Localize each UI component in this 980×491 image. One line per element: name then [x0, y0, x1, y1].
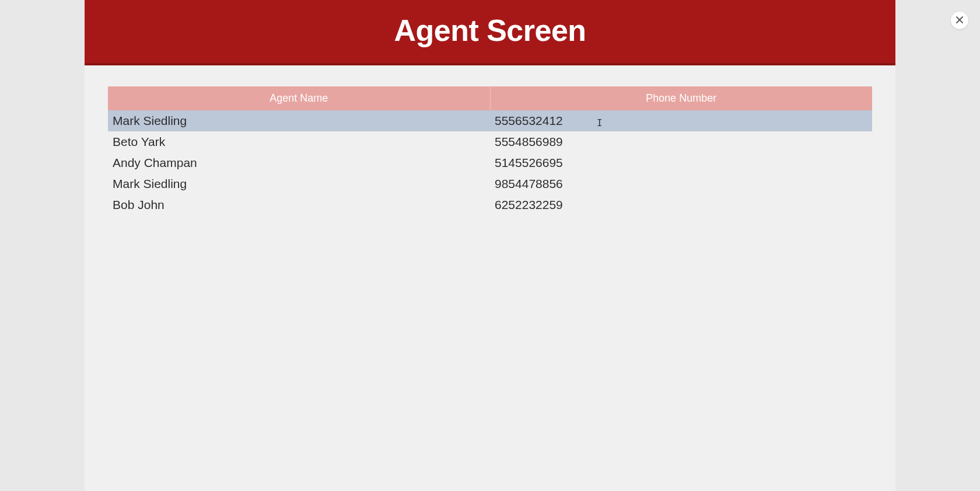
cell-agent-name: Mark Siedling	[108, 173, 490, 194]
cell-agent-name: Mark Siedling	[108, 110, 490, 131]
column-header-agent-name[interactable]: Agent Name	[108, 86, 490, 110]
table-row[interactable]: Bob John 6252232259	[108, 194, 872, 215]
content-area: Agent Name Phone Number Mark Siedling 55…	[85, 65, 895, 215]
cell-phone-number: 5554856989	[490, 131, 872, 152]
cell-phone-number: 5145526695	[490, 152, 872, 173]
close-button[interactable]	[951, 12, 968, 29]
cell-phone-number: 6252232259	[490, 194, 872, 215]
page-title: Agent Screen	[85, 13, 895, 48]
close-icon	[956, 16, 964, 25]
cell-agent-name: Andy Champan	[108, 152, 490, 173]
table-body: Mark Siedling 5556532412 Beto Yark 55548…	[108, 110, 872, 215]
table-row[interactable]: Mark Siedling 9854478856	[108, 173, 872, 194]
header-banner: Agent Screen	[85, 0, 895, 65]
main-panel: Agent Screen Agent Name Phone Number Mar…	[85, 0, 895, 491]
cell-phone-number: 9854478856	[490, 173, 872, 194]
cell-agent-name: Beto Yark	[108, 131, 490, 152]
table-header-row: Agent Name Phone Number	[108, 86, 872, 110]
column-header-phone-number[interactable]: Phone Number	[490, 86, 872, 110]
cell-agent-name: Bob John	[108, 194, 490, 215]
table-row[interactable]: Beto Yark 5554856989	[108, 131, 872, 152]
cell-phone-number: 5556532412	[490, 110, 872, 131]
table-row[interactable]: Mark Siedling 5556532412	[108, 110, 872, 131]
agent-table: Agent Name Phone Number Mark Siedling 55…	[108, 86, 872, 215]
table-row[interactable]: Andy Champan 5145526695	[108, 152, 872, 173]
